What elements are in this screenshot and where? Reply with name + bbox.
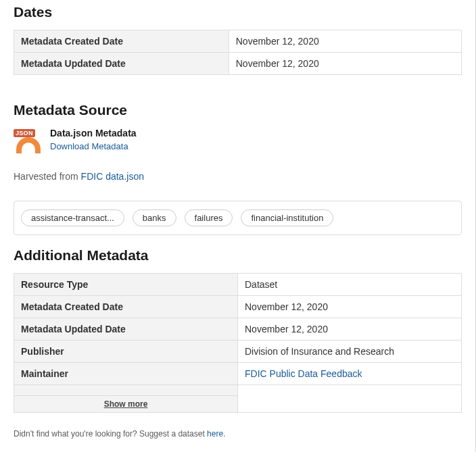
addl-label-0: Resource Type — [14, 274, 238, 296]
download-metadata-link[interactable]: Download Metadata — [50, 141, 128, 151]
table-row: Maintainer FDIC Public Data Feedback — [14, 363, 462, 385]
tag-item[interactable]: failures — [185, 209, 233, 226]
table-row-empty — [14, 385, 462, 396]
show-more-cell: Show more — [14, 396, 238, 413]
show-more-link[interactable]: Show more — [104, 399, 148, 409]
additional-metadata-table: Resource Type Dataset Metadata Created D… — [14, 273, 462, 413]
table-row: Metadata Updated Date November 12, 2020 — [14, 53, 462, 75]
empty-th — [14, 385, 238, 396]
dates-value-1: November 12, 2020 — [229, 53, 461, 75]
tags-container: assistance-transact... banks failures fi… — [14, 201, 462, 235]
additional-metadata-heading: Additional Metadata — [14, 247, 462, 264]
addl-label-4: Maintainer — [14, 363, 238, 385]
dates-heading: Dates — [14, 4, 462, 20]
addl-value-2: November 12, 2020 — [238, 318, 462, 341]
footer-text: Didn't find what you're looking for? Sug… — [14, 429, 207, 439]
dates-table: Metadata Created Date November 12, 2020 … — [14, 30, 462, 75]
addl-label-2: Metadata Updated Date — [14, 318, 238, 341]
addl-value-3: Division of Insurance and Research — [238, 341, 462, 363]
tag-item[interactable]: assistance-transact... — [21, 209, 124, 226]
empty-td — [238, 385, 462, 413]
dates-value-0: November 12, 2020 — [229, 30, 461, 53]
table-row: Metadata Created Date November 12, 2020 — [14, 296, 462, 318]
addl-label-1: Metadata Created Date — [14, 296, 238, 318]
suggest-dataset-link[interactable]: here — [207, 429, 223, 439]
footer-period: . — [223, 429, 225, 439]
json-badge: JSON — [14, 129, 35, 137]
table-row: Resource Type Dataset — [14, 274, 462, 296]
metadata-source-heading: Metadata Source — [14, 102, 462, 118]
harvested-link[interactable]: FDIC data.json — [81, 171, 144, 182]
table-row: Metadata Created Date November 12, 2020 — [14, 30, 462, 53]
dates-label-1: Metadata Updated Date — [14, 53, 229, 75]
tag-item[interactable]: banks — [133, 209, 176, 226]
maintainer-link[interactable]: FDIC Public Data Feedback — [245, 368, 362, 379]
addl-value-4: FDIC Public Data Feedback — [238, 363, 462, 385]
table-row: Metadata Updated Date November 12, 2020 — [14, 318, 462, 341]
dates-label-0: Metadata Created Date — [14, 30, 229, 53]
metadata-source-row: JSON Data.json Metadata Download Metadat… — [14, 128, 462, 153]
addl-label-3: Publisher — [14, 341, 238, 363]
metadata-source-title: Data.json Metadata — [50, 128, 137, 139]
table-row: Publisher Division of Insurance and Rese… — [14, 341, 462, 363]
tag-item[interactable]: financial-institution — [241, 209, 333, 226]
footer-note: Didn't find what you're looking for? Sug… — [14, 429, 462, 439]
json-file-icon: JSON — [14, 128, 41, 153]
harvested-prefix: Harvested from — [14, 171, 81, 182]
harvested-text: Harvested from FDIC data.json — [14, 171, 462, 182]
addl-value-1: November 12, 2020 — [238, 296, 462, 318]
addl-value-0: Dataset — [238, 274, 462, 296]
